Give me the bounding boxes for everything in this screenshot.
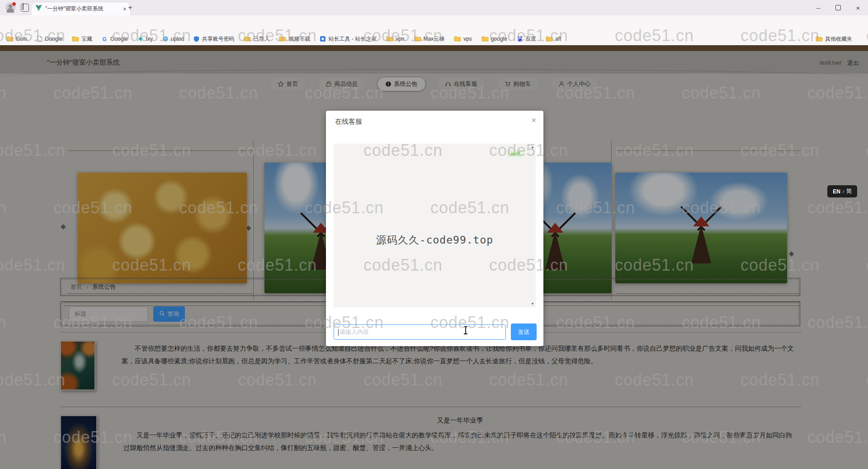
svg-text:G: G <box>103 36 107 42</box>
bookmark-item[interactable]: Google <box>37 36 62 42</box>
shield-icon <box>193 36 199 42</box>
browser-tab[interactable]: "一分钟"寝室小卖部系统 <box>32 2 130 15</box>
scroll-down-icon[interactable] <box>531 302 534 306</box>
workspaces-icon[interactable] <box>21 4 29 12</box>
bookmark-label: google <box>491 36 507 42</box>
send-button-label: 发送 <box>518 328 530 336</box>
bookmark-item[interactable]: 共享账号密码 <box>193 35 234 43</box>
tab-close-icon[interactable] <box>123 6 127 12</box>
bookmark-label: txy <box>146 36 153 42</box>
folder-icon <box>244 36 251 42</box>
g-icon: G <box>102 36 108 42</box>
language-code: EN <box>833 188 840 195</box>
bookmarks-list: tools Google 宝藏 G Google txy uplod 共享账号密… <box>6 35 571 43</box>
bookmark-label: 共享账号密码 <box>202 35 234 43</box>
browser-titlebar: "一分钟"寝室小卖部系统 <box>0 0 868 15</box>
bookmark-label: vps <box>463 36 472 42</box>
new-tab-button[interactable] <box>128 4 132 11</box>
window-maximize-button[interactable] <box>828 0 848 15</box>
folder-icon <box>454 36 461 42</box>
bookmark-item[interactable]: txy <box>137 36 153 42</box>
bookmark-item[interactable]: G Google <box>102 36 128 42</box>
bookmark-label: 百度 <box>525 35 536 43</box>
other-favorites-button[interactable]: 其他收藏夹 <box>816 35 852 43</box>
bookmark-item[interactable]: tools <box>6 36 27 42</box>
folder-icon <box>6 36 14 42</box>
doc-icon <box>37 36 42 42</box>
bookmark-item[interactable]: uplod <box>162 36 184 42</box>
bookmarks-bar: tools Google 宝藏 G Google txy uplod 共享账号密… <box>0 33 868 45</box>
bookmark-item[interactable]: Max云梯 <box>414 35 445 43</box>
bookmark-label: Google <box>45 36 62 42</box>
chat-watermark-text: 源码久久-code99.top <box>334 233 536 247</box>
window-close-button[interactable] <box>848 0 868 15</box>
other-favorites-label: 其他收藏夹 <box>825 35 852 43</box>
profile-avatar-icon[interactable] <box>5 3 15 13</box>
tool-icon <box>320 36 326 42</box>
bookmark-label: Google <box>110 36 128 42</box>
bookmark-item[interactable]: 视频下载 <box>279 35 310 43</box>
folder-icon <box>279 36 286 42</box>
chat-input-placeholder: 请输入内容 <box>340 328 369 336</box>
bookmark-item[interactable]: google <box>481 36 507 42</box>
bookmark-label: 站长工具 - 站长之家 <box>328 35 377 43</box>
language-indicator-badge[interactable]: EN 简 <box>827 185 857 197</box>
bookmark-label: vpn <box>396 36 404 42</box>
notification-dot-icon <box>12 2 16 6</box>
send-button[interactable]: 发送 <box>511 324 537 340</box>
browser-toolbar: ← localhost:8080/springboot065h6/front/d… <box>0 15 868 33</box>
bookmark-item[interactable]: 站长工具 - 站长之家 <box>320 35 377 43</box>
bookmark-item[interactable]: vpn <box>386 36 404 42</box>
language-mid-icon <box>842 189 844 194</box>
tab-title: "一分钟"寝室小卖部系统 <box>45 5 104 13</box>
bookmark-item[interactable]: aff <box>546 36 561 42</box>
folder-icon <box>386 36 393 42</box>
folder-icon <box>816 36 823 42</box>
folder-icon <box>546 36 553 42</box>
vue-favicon-icon <box>35 5 42 13</box>
bookmark-label: tools <box>16 36 27 42</box>
bookmark-label: Max云梯 <box>424 35 445 43</box>
bookmark-label: 已导入 <box>253 35 269 43</box>
mouse-ibeam-cursor <box>465 327 466 334</box>
bookmark-label: 宝藏 <box>81 35 92 43</box>
bookmark-label: 视频下载 <box>288 35 310 43</box>
scroll-up-icon[interactable] <box>531 145 534 149</box>
baidu-icon <box>517 36 523 42</box>
bookmark-label: aff <box>555 36 561 42</box>
folder-icon <box>481 36 489 42</box>
bookmark-label: uplod <box>171 36 184 42</box>
folder-icon <box>414 36 421 42</box>
chat-message-bubble: asdf <box>507 150 523 157</box>
diamond-icon <box>137 36 144 42</box>
bookmark-item[interactable]: 宝藏 <box>72 35 92 43</box>
script-code: 简 <box>846 188 852 195</box>
bookmark-item[interactable]: vps <box>454 36 472 42</box>
text-caret <box>338 329 339 336</box>
folder-icon <box>72 36 79 42</box>
dialog-title: 在线客服 <box>335 117 362 126</box>
window-minimize-button[interactable] <box>808 0 828 15</box>
chat-message-area[interactable]: asdf 源码久久-code99.top <box>334 144 536 307</box>
chat-message-input[interactable]: 请输入内容 <box>334 324 506 340</box>
dialog-close-icon[interactable] <box>531 116 536 125</box>
swirl-icon <box>162 36 169 42</box>
bookmark-item[interactable]: 已导入 <box>244 35 269 43</box>
bookmark-item[interactable]: 百度 <box>517 35 536 43</box>
chat-dialog: 在线客服 asdf 源码久久-code99.top 请输入内容 发送 <box>326 111 543 346</box>
